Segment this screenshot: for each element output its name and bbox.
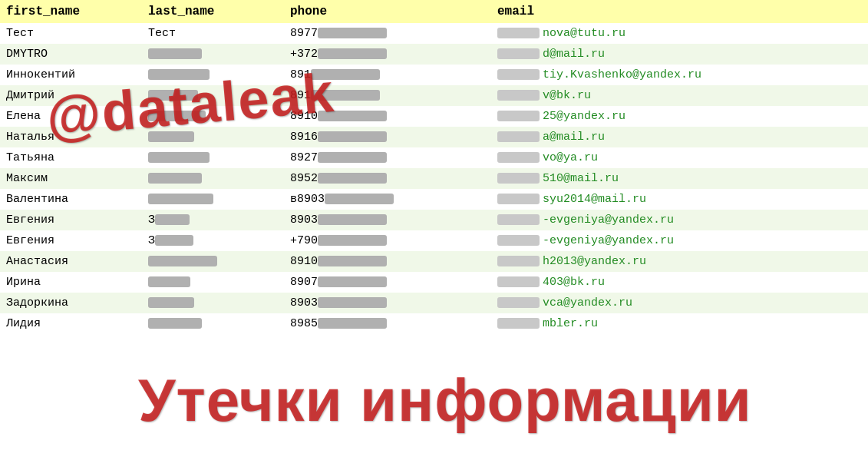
cell-phone: 8916 — [284, 127, 491, 147]
cell-email: nova@tutu.ru — [491, 23, 868, 44]
blurred-phone — [318, 214, 387, 225]
email-suffix-text: -evgeniya@yandex.ru — [543, 213, 674, 227]
cell-last-name — [142, 106, 284, 127]
cell-last-name — [142, 293, 284, 313]
table-row: ЕвгенияЗ8903-evgeniya@yandex.ru — [0, 210, 868, 230]
cell-email: mbler.ru — [491, 313, 868, 334]
cell-last-name — [142, 65, 284, 85]
table-row: DMYTRO+372d@mail.ru — [0, 44, 868, 65]
cell-email: h2013@yandex.ru — [491, 251, 868, 272]
email-suffix-text: h2013@yandex.ru — [543, 255, 646, 268]
cell-phone: 8977 — [284, 23, 491, 44]
blurred-email-prefix — [497, 28, 540, 38]
cell-first-name: Задоркина — [0, 293, 142, 313]
blurred-email-prefix — [497, 276, 540, 287]
cell-email: tiy.Kvashenko@yandex.ru — [491, 65, 868, 85]
blurred-phone — [318, 28, 387, 38]
cell-email: d@mail.ru — [491, 44, 868, 65]
email-suffix-text: syu2014@mail.ru — [543, 193, 646, 206]
blurred-last-name — [148, 69, 210, 80]
col-header-phone: phone — [284, 0, 491, 23]
col-header-first-name: first_name — [0, 0, 142, 23]
cell-email: 510@mail.ru — [491, 168, 868, 189]
cell-phone: в8903 — [284, 189, 491, 210]
cell-last-name — [142, 272, 284, 293]
table-row: Татьяна8927vo@ya.ru — [0, 147, 868, 168]
email-suffix-text: d@mail.ru — [543, 48, 605, 61]
blurred-email-prefix — [497, 297, 540, 308]
cell-phone: 8910 — [284, 251, 491, 272]
blurred-last-name — [148, 173, 202, 184]
cell-first-name: Анастасия — [0, 251, 142, 272]
cell-email: 403@bk.ru — [491, 272, 868, 293]
blurred-email-prefix — [497, 318, 540, 329]
cell-first-name: Иннокентий — [0, 65, 142, 85]
blurred-last-name — [148, 318, 202, 329]
blurred-phone — [318, 256, 387, 266]
cell-phone: 891 — [284, 85, 491, 106]
col-header-email: email — [491, 0, 868, 23]
blurred-phone — [325, 194, 394, 204]
cell-email: vo@ya.ru — [491, 147, 868, 168]
table-row: ЕвгенияЗ+790-evgeniya@yandex.ru — [0, 230, 868, 251]
cell-first-name: Валентина — [0, 189, 142, 210]
blurred-email-prefix — [497, 194, 540, 204]
table-row: Елена891025@yandex.ru — [0, 106, 868, 127]
blurred-email-prefix — [497, 173, 540, 184]
email-suffix-text: v@bk.ru — [543, 89, 591, 102]
cell-last-name — [142, 44, 284, 65]
cell-last-name — [142, 127, 284, 147]
cell-last-name: Тест — [142, 23, 284, 44]
table-header-row: first_name last_name phone email — [0, 0, 868, 23]
table-row: Валентинав8903syu2014@mail.ru — [0, 189, 868, 210]
blurred-phone — [318, 235, 387, 246]
col-header-last-name: last_name — [142, 0, 284, 23]
data-table-container: first_name last_name phone email ТестТес… — [0, 0, 868, 470]
blurred-last-name — [148, 131, 194, 142]
cell-last-name: З — [142, 230, 284, 251]
email-suffix-text: -evgeniya@yandex.ru — [543, 234, 674, 247]
cell-first-name: DMYTRO — [0, 44, 142, 65]
table-row: Лидия8985mbler.ru — [0, 313, 868, 334]
cell-last-name: З — [142, 210, 284, 230]
email-suffix-text: vo@ya.ru — [543, 151, 598, 164]
cell-phone: 8927 — [284, 147, 491, 168]
cell-phone: 8910 — [284, 106, 491, 127]
cell-phone: 8903 — [284, 210, 491, 230]
email-suffix-text: mbler.ru — [543, 317, 598, 330]
cell-first-name: Тест — [0, 23, 142, 44]
cell-phone: 8952 — [284, 168, 491, 189]
blurred-email-prefix — [497, 69, 540, 80]
table-row: Дмитрий891v@bk.ru — [0, 85, 868, 106]
data-table: first_name last_name phone email ТестТес… — [0, 0, 868, 334]
cell-phone: +790 — [284, 230, 491, 251]
cell-first-name: Евгения — [0, 230, 142, 251]
cell-last-name — [142, 313, 284, 334]
cell-first-name: Дмитрий — [0, 85, 142, 106]
cell-first-name: Татьяна — [0, 147, 142, 168]
email-suffix-text: a@mail.ru — [543, 131, 605, 144]
blurred-phone — [311, 90, 380, 101]
blurred-last-name — [148, 194, 213, 204]
blurred-phone — [318, 131, 387, 142]
cell-email: -evgeniya@yandex.ru — [491, 210, 868, 230]
cell-phone: 8985 — [284, 313, 491, 334]
cell-phone: +372 — [284, 44, 491, 65]
email-suffix-text: 510@mail.ru — [543, 172, 619, 185]
blurred-phone — [318, 276, 387, 287]
blurred-email-prefix — [497, 235, 540, 246]
cell-last-name — [142, 85, 284, 106]
email-suffix-text: tiy.Kvashenko@yandex.ru — [543, 68, 701, 81]
cell-last-name — [142, 189, 284, 210]
cell-email: -evgeniya@yandex.ru — [491, 230, 868, 251]
blurred-phone — [318, 111, 387, 121]
table-row: Максим8952510@mail.ru — [0, 168, 868, 189]
blurred-phone — [318, 297, 387, 308]
cell-phone: 8907 — [284, 272, 491, 293]
cell-email: syu2014@mail.ru — [491, 189, 868, 210]
blurred-phone — [318, 48, 387, 59]
blurred-email-prefix — [497, 152, 540, 163]
cell-last-name — [142, 168, 284, 189]
blurred-last-name — [148, 276, 190, 287]
cell-email: vca@yandex.ru — [491, 293, 868, 313]
